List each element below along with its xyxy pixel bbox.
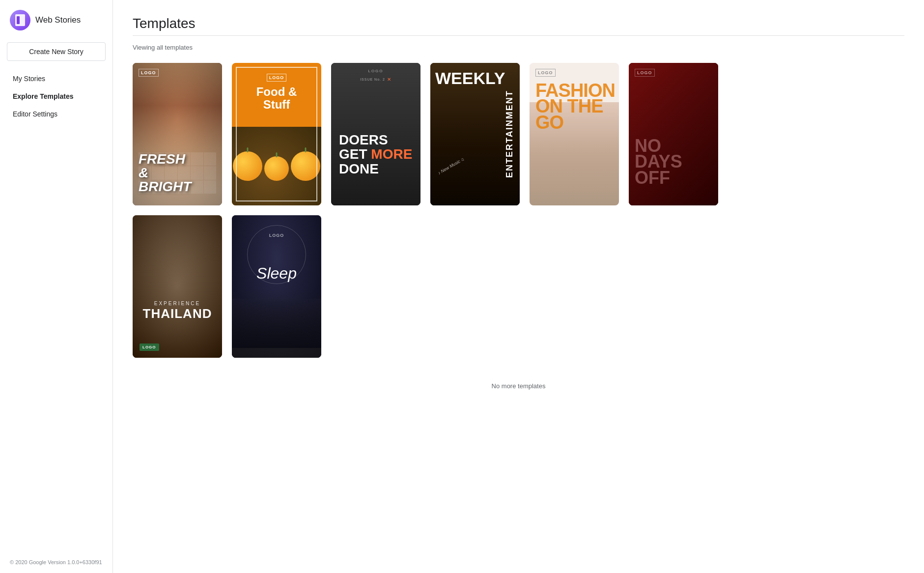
sidebar-nav: Create New Story My Stories Explore Temp…: [0, 42, 112, 122]
t4-entertainment: ENTERTAINMENT: [504, 63, 515, 205]
template-card-fashion[interactable]: LOGO FASHIONON THEGO: [530, 63, 619, 205]
sidebar-item-editor-settings[interactable]: Editor Settings: [7, 106, 106, 122]
t8-fade: [232, 299, 321, 348]
t7-experience: EXPERIENCE: [139, 301, 216, 306]
template-card-thailand[interactable]: EXPERIENCE THAILAND LOGO: [133, 215, 222, 358]
template-card-food-stuff[interactable]: LOGO Food &Stuff: [232, 63, 321, 205]
t6-title: NODAYSOFF: [635, 138, 712, 186]
viewing-label: Viewing all templates: [133, 44, 904, 51]
app-name: Web Stories: [35, 15, 81, 25]
t3-more: MORE: [371, 146, 412, 162]
t7-overlay: [133, 215, 222, 358]
t5-title: FASHIONON THEGO: [535, 83, 613, 130]
t1-title: FRESH&BRIGHT: [139, 152, 216, 194]
t3-title: DOERSGET MOREDONE: [339, 133, 413, 176]
sidebar: Web Stories Create New Story My Stories …: [0, 0, 113, 573]
templates-grid: LOGO FRESH&BRIGHT LOGO Food &Stuff: [133, 63, 904, 205]
t7-logo: LOGO: [140, 344, 159, 351]
no-more-templates: No more templates: [133, 368, 904, 400]
template-card-weekly-entertainment[interactable]: WEEKLY ENTERTAINMENT ♪ New Music ♫: [430, 63, 520, 205]
t2-logo: LOGO: [267, 74, 287, 82]
t8-title: Sleep: [238, 264, 315, 283]
t2-title: Food &Stuff: [256, 86, 297, 112]
main-content: Templates Viewing all templates LOGO FRE…: [113, 0, 924, 573]
t3-x: ✕: [387, 77, 392, 82]
create-new-story-button[interactable]: Create New Story: [7, 42, 106, 61]
sidebar-footer: © 2020 Google Version 1.0.0+6330f91: [0, 551, 112, 573]
t1-text: FRESH&BRIGHT: [139, 152, 216, 194]
t7-thailand: THAILAND: [139, 306, 216, 321]
t4-weekly: WEEKLY: [435, 71, 515, 86]
sidebar-item-my-stories[interactable]: My Stories: [7, 71, 106, 86]
t3-issue: ISSUE No. 2 ✕: [360, 77, 392, 82]
t3-issue-text: ISSUE No. 2: [360, 78, 385, 81]
page-title: Templates: [133, 16, 904, 31]
template-card-sleep[interactable]: LOGO Sleep: [232, 215, 321, 358]
t7-label: EXPERIENCE THAILAND: [139, 301, 216, 321]
t8-logo: LOGO: [269, 233, 284, 238]
t5-logo: LOGO: [535, 69, 556, 77]
t1-logo: LOGO: [139, 69, 159, 77]
t3-logo: LOGO: [368, 69, 383, 73]
app-logo-area: Web Stories: [0, 0, 112, 42]
template-card-fresh-bright[interactable]: LOGO FRESH&BRIGHT: [133, 63, 222, 205]
template-card-doers[interactable]: LOGO ISSUE No. 2 ✕ DOERSGET MOREDONE: [331, 63, 420, 205]
divider: [133, 35, 904, 36]
template-card-no-days-off[interactable]: LOGO NODAYSOFF: [629, 63, 718, 205]
t6-logo: LOGO: [635, 69, 655, 77]
t2-inner: LOGO Food &Stuff: [236, 67, 317, 201]
logo-icon: [10, 10, 30, 30]
templates-grid-row2: EXPERIENCE THAILAND LOGO LOGO Sleep: [133, 215, 904, 358]
sidebar-item-explore-templates[interactable]: Explore Templates: [7, 88, 106, 104]
